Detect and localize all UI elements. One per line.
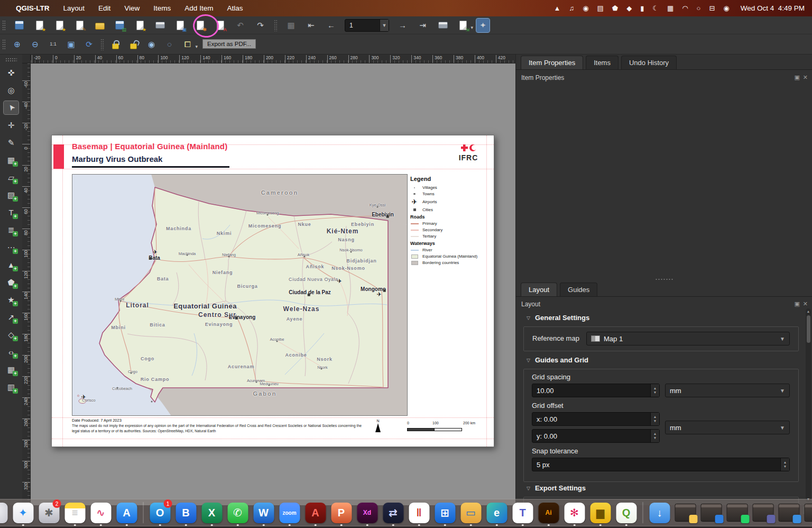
screen-record-icon[interactable]: ◉ [583,4,588,12]
dock-minimized-window-5[interactable] [779,501,800,524]
dock-minimized-window-4[interactable] [753,501,774,524]
tab-layout[interactable]: Layout [521,283,557,296]
raise-selected-items-button[interactable]: ⧠▾ [181,38,194,51]
dock-parallels[interactable]: ‖ [409,501,430,524]
grid-spacing-input[interactable]: 10.00 ▲▼ [532,384,660,397]
add-shape-tool[interactable]: ⬟+ [4,276,19,289]
snap-tolerance-input[interactable]: 5 px ▲▼ [532,458,790,471]
dock-adobe-xd[interactable]: Xd [357,501,378,524]
select-move-item-tool[interactable]: ➤ [4,101,19,114]
save-as-template-button[interactable]: ▤ [113,19,126,32]
layout-manager-button[interactable]: ✎ [73,19,86,32]
tab-item-properties[interactable]: Item Properties [521,56,583,69]
atlas-feature-combo[interactable]: 1 ▼ [345,19,389,32]
zoom-full-extent-button[interactable]: ▣ [64,38,78,51]
dock-file-folder[interactable]: ▭ [460,501,482,524]
dock-minimized-window-2[interactable] [701,501,722,524]
add-items-from-template-button[interactable]: ★ [133,19,146,32]
dock-word[interactable]: W [253,501,274,524]
dock-freeform[interactable]: ∿ [90,501,112,524]
add-marker-tool[interactable]: ★+ [4,293,19,306]
mail-status-icon[interactable]: ▤ [597,4,604,12]
dock-acrobat[interactable]: A [305,501,326,524]
scrollbar-thumb[interactable] [807,315,810,343]
tab-items[interactable]: Items [586,56,619,69]
layout-legend-item[interactable]: Legend VillagesTowns✈AirportsCitiesRoads… [410,176,487,267]
float-panel-icon[interactable]: ▣ [794,74,799,81]
print-atlas-button[interactable] [436,19,449,32]
dock-power-bi[interactable]: ▆ [590,501,611,524]
panel-scrollbar[interactable]: ▲ ▼ [806,308,811,502]
dock-bluetooth-app[interactable]: B [176,501,197,524]
zoom-layout-tool[interactable]: ◎ [4,84,19,97]
lock-selected-items-button[interactable] [109,38,122,51]
dock-excel[interactable]: X [201,501,223,524]
dock-illustrator[interactable]: Ai [538,501,559,524]
save-layout-button[interactable] [13,19,26,32]
menu-qgis-ltr[interactable]: QGIS-LTR [16,4,50,12]
scalebar-item[interactable]: 0 100 200 km [407,421,477,431]
dock-edge[interactable]: e [486,501,508,524]
dock-teams[interactable]: T [512,501,533,524]
dock-downloads-folder[interactable]: ↓ [649,501,670,524]
unlock-all-items-button[interactable] [127,38,140,51]
tab-undo-history[interactable]: Undo History [621,56,677,69]
control-center-icon[interactable]: ⊟ [709,4,715,12]
export-as-image-button[interactable]: ▣ [173,19,187,32]
north-arrow-item[interactable]: N [373,419,383,432]
dock-powerpoint[interactable]: P [331,501,352,524]
atlas-previous-feature-button[interactable]: ← [325,19,338,32]
add-scalebar-tool[interactable]: ⋯+ [4,241,19,254]
zoom-in-button[interactable]: ⊕ [11,38,24,51]
pan-layout-tool[interactable]: ✜ [4,66,19,79]
add-picture-tool[interactable]: ▨+ [4,188,19,202]
refresh-view-button[interactable]: ⟳ [82,38,96,51]
grid-offset-x-input[interactable]: x: 0.00 ▲▼ [532,412,660,426]
atlas-last-feature-button[interactable]: ⇥ [416,19,429,32]
add-html-frame-tool[interactable]: ‹›+ [4,345,19,359]
map-subtitle[interactable]: Marburg Virus Outbreak [72,154,162,163]
menu-edit[interactable]: Edit [98,4,110,12]
grid-spacing-unit-select[interactable]: mm ▼ [665,384,790,397]
window-layout-icon[interactable]: ▦ [667,4,673,12]
add-legend-tool[interactable]: ≣+ [4,223,19,236]
move-item-content-tool[interactable]: ✛ [4,119,19,132]
zoom-out-button[interactable]: ⊖ [29,38,42,51]
date-produced-label[interactable]: Date Produced: 7 April 2023 [72,418,122,423]
close-panel-icon[interactable]: ✕ [803,301,808,307]
menu-view[interactable]: View [124,4,140,12]
spotlight-icon[interactable]: ○ [697,4,701,12]
toolbar-drag-handle[interactable] [2,39,6,50]
do-not-disturb-icon[interactable]: ☾ [652,4,659,12]
add-node-item-tool[interactable]: ◇+ [4,328,19,341]
dock-whatsapp[interactable]: ✆ [227,501,248,524]
dock-minimized-window-3[interactable] [727,501,748,524]
status-app-icon[interactable]: ▲ [554,4,561,12]
scroll-up-icon[interactable]: ▲ [806,309,811,313]
dock-zoom[interactable]: zoom [279,501,300,524]
spinner-buttons[interactable]: ▲▼ [650,384,659,397]
add-3d-map-tool[interactable]: ▱+ [4,171,19,184]
new-layout-button[interactable]: ★ [33,19,46,32]
dock-qgis[interactable]: Q [616,501,637,524]
section-export-settings[interactable]: ▽ Export Settings [527,484,586,492]
add-north-arrow-tool[interactable]: ▲+ [4,258,19,271]
atlas-preview-button[interactable]: ▦ [284,19,298,32]
add-map-tool[interactable]: ▦+ [4,153,19,167]
dock-app-store[interactable]: A [116,501,137,524]
spinner-buttons[interactable]: ▲▼ [650,430,659,442]
wifi-icon[interactable]: ◠ [682,4,688,12]
undo-button[interactable]: ↶ [234,19,247,32]
zoom-actual-size-button[interactable]: 1:1 [47,38,60,51]
layout-canvas[interactable]: -200204060801001201401601802002202402602… [22,54,515,505]
duplicate-layout-button[interactable]: ★ [53,19,66,32]
spinner-buttons[interactable]: ▲▼ [780,458,789,471]
dock-system-settings[interactable]: ✱2 [39,501,60,524]
menubar-clock[interactable]: Wed Oct 4 4:49 PM [741,4,805,12]
dock-outlook[interactable]: O1 [150,501,171,524]
dock-minimized-window-6[interactable] [805,501,812,524]
dock-share-app[interactable]: ⇄ [383,501,404,524]
battery-icon[interactable]: ▮ [640,4,644,12]
close-panel-icon[interactable]: ✕ [803,74,808,81]
dock-launchpad[interactable]: ⠿ [0,501,8,524]
